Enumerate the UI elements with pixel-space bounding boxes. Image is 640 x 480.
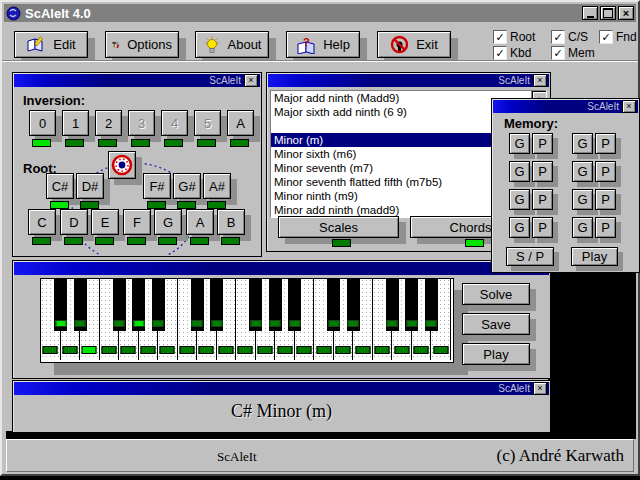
root-button-Asharp[interactable]: A# xyxy=(203,173,231,199)
root-button-A[interactable]: A xyxy=(186,209,214,235)
memory-get-button[interactable]: G xyxy=(572,161,593,182)
key-indicator xyxy=(414,346,429,354)
close-icon[interactable]: × xyxy=(622,100,636,113)
help-button-label: Help xyxy=(323,37,350,52)
black-key-Gsharp3[interactable] xyxy=(405,279,418,331)
about-button[interactable]: About xyxy=(195,31,269,58)
circle-of-fifths-button[interactable] xyxy=(108,151,136,179)
inversion-button-0[interactable]: 0 xyxy=(29,110,56,136)
memory-get-button[interactable]: G xyxy=(509,133,530,154)
checkbox-box[interactable]: ✓ xyxy=(551,46,565,60)
black-key-Csharp3[interactable] xyxy=(327,279,340,331)
memory-get-button[interactable]: G xyxy=(572,133,593,154)
root-button-C[interactable]: C xyxy=(28,209,56,235)
root-button-D[interactable]: D xyxy=(60,209,88,235)
memory-get-button[interactable]: G xyxy=(509,161,530,182)
memory-put-button[interactable]: P xyxy=(595,161,616,182)
solve-button[interactable]: Solve xyxy=(462,283,530,305)
root-button-Gsharp[interactable]: G# xyxy=(173,173,201,199)
black-key-Dsharp2[interactable] xyxy=(210,279,223,331)
result-window: ScAleIt × C# Minor (m) xyxy=(12,380,551,433)
help-button[interactable]: ? Help xyxy=(286,31,360,58)
edit-button[interactable]: Edit xyxy=(14,31,88,58)
memory-play-button[interactable]: Play xyxy=(571,247,618,266)
checkbox-fnd[interactable]: ✓Fnd xyxy=(599,29,640,45)
checkbox-kbd[interactable]: ✓Kbd xyxy=(493,45,551,61)
memory-get-button[interactable]: G xyxy=(509,217,530,238)
black-key-Dsharp3[interactable] xyxy=(347,279,360,331)
scales-button[interactable]: Scales xyxy=(278,216,399,238)
minimize-button[interactable] xyxy=(582,6,598,20)
root-indicator xyxy=(221,237,240,245)
key-indicator xyxy=(277,346,292,354)
checkbox-label: Root xyxy=(510,30,535,44)
root-indicator xyxy=(95,237,114,245)
memory-put-button[interactable]: P xyxy=(532,161,553,182)
root-button-Csharp[interactable]: C# xyxy=(46,173,74,199)
close-icon[interactable]: × xyxy=(244,74,258,87)
checkbox-box[interactable]: ✓ xyxy=(493,46,507,60)
key-indicator xyxy=(82,346,97,354)
memory-get-button[interactable]: G xyxy=(572,217,593,238)
black-key-Fsharp1[interactable] xyxy=(113,279,126,331)
inversion-button-4[interactable]: 4 xyxy=(161,110,188,136)
close-icon[interactable]: × xyxy=(533,74,547,87)
inversion-window-titlebar[interactable]: ScAleIt × xyxy=(14,74,260,87)
play-button[interactable]: Play xyxy=(462,343,530,365)
checkbox-cs[interactable]: ✓C/S xyxy=(551,29,599,45)
memory-window-titlebar[interactable]: ScAleIt × xyxy=(493,100,638,113)
black-key-Csharp1[interactable] xyxy=(54,279,67,331)
checkbox-root[interactable]: ✓Root xyxy=(493,29,551,45)
inversion-button-3[interactable]: 3 xyxy=(128,110,155,136)
memory-sp-button[interactable]: S / P xyxy=(506,247,554,266)
svg-text:?: ? xyxy=(303,36,310,48)
inversion-button-1[interactable]: 1 xyxy=(62,110,89,136)
black-key-Dsharp1[interactable] xyxy=(74,279,87,331)
close-button[interactable]: × xyxy=(618,6,634,20)
app-icon[interactable] xyxy=(6,6,21,21)
memory-get-button[interactable]: G xyxy=(509,189,530,210)
black-key-Asharp1[interactable] xyxy=(152,279,165,331)
options-button[interactable]: Options xyxy=(105,31,179,58)
key-indicator xyxy=(133,320,144,327)
root-button-Fsharp[interactable]: F# xyxy=(143,173,171,199)
close-icon[interactable]: × xyxy=(533,382,547,395)
black-key-Csharp2[interactable] xyxy=(191,279,204,331)
list-window-titlebar[interactable]: ScAleIt × xyxy=(268,74,549,87)
root-button-G[interactable]: G xyxy=(154,209,182,235)
black-key-Gsharp2[interactable] xyxy=(269,279,282,331)
root-button-B[interactable]: B xyxy=(217,209,245,235)
checkbox-box[interactable]: ✓ xyxy=(599,30,613,44)
memory-put-button[interactable]: P xyxy=(595,133,616,154)
black-key-Asharp2[interactable] xyxy=(288,279,301,331)
black-key-Fsharp3[interactable] xyxy=(386,279,399,331)
maximize-button[interactable] xyxy=(600,6,616,20)
result-window-titlebar[interactable]: ScAleIt × xyxy=(14,382,549,395)
black-key-Gsharp1[interactable] xyxy=(132,279,145,331)
window-titlebar[interactable]: ScAleIt 4.0 × xyxy=(4,4,636,22)
inversion-button-2[interactable]: 2 xyxy=(95,110,122,136)
memory-get-button[interactable]: G xyxy=(572,189,593,210)
checkbox-box[interactable]: ✓ xyxy=(493,30,507,44)
black-key-Fsharp2[interactable] xyxy=(249,279,262,331)
root-button-F[interactable]: F xyxy=(123,209,151,235)
keyboard-window-titlebar[interactable] xyxy=(14,262,549,275)
checkbox-mem[interactable]: ✓Mem xyxy=(551,45,599,61)
status-bar: ScAleIt (c) André Karwath xyxy=(6,439,634,472)
checkbox-label: Kbd xyxy=(510,46,531,60)
root-indicator xyxy=(127,237,146,245)
checkbox-box[interactable]: ✓ xyxy=(551,30,565,44)
key-indicator xyxy=(75,320,86,327)
root-button-E[interactable]: E xyxy=(91,209,119,235)
memory-put-button[interactable]: P xyxy=(532,217,553,238)
black-key-Asharp3[interactable] xyxy=(425,279,438,331)
memory-put-button[interactable]: P xyxy=(595,217,616,238)
memory-put-button[interactable]: P xyxy=(532,189,553,210)
exit-button[interactable]: Exit xyxy=(377,31,451,58)
inversion-button-5[interactable]: 5 xyxy=(194,110,221,136)
memory-put-button[interactable]: P xyxy=(595,189,616,210)
root-button-Dsharp[interactable]: D# xyxy=(76,173,104,199)
inversion-button-A[interactable]: A xyxy=(227,110,254,136)
memory-put-button[interactable]: P xyxy=(532,133,553,154)
save-button[interactable]: Save xyxy=(462,313,530,335)
